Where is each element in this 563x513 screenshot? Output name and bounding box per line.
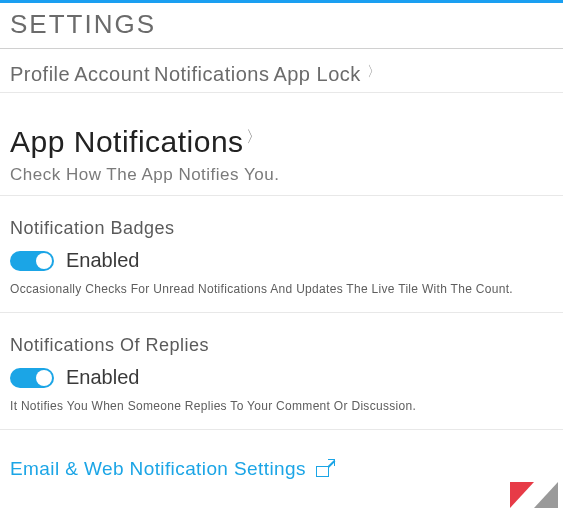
toggle-badges[interactable] <box>10 251 54 271</box>
tabs-more-icon[interactable]: 〉 <box>367 63 382 81</box>
hero-title-row: App Notifications 〉 <box>10 125 553 159</box>
brand-corner-icon <box>510 482 558 508</box>
tabs-row: Profile Account Notifications App Lock 〉 <box>0 49 563 93</box>
toggle-row-replies: Enabled <box>10 366 553 389</box>
email-web-settings-link[interactable]: Email & Web Notification Settings <box>10 458 553 480</box>
hero-title: App Notifications <box>10 125 244 159</box>
toggle-knob <box>36 370 52 386</box>
chevron-right-icon: 〉 <box>246 127 263 148</box>
hero: App Notifications 〉 Check How The App No… <box>0 93 563 196</box>
header: SETTINGS <box>0 3 563 49</box>
hero-subtitle: Check How The App Notifies You. <box>10 165 553 185</box>
toggle-row-badges: Enabled <box>10 249 553 272</box>
section-notification-badges: Notification Badges Enabled Occasionally… <box>0 196 563 313</box>
page-title: SETTINGS <box>10 9 553 40</box>
tab-account[interactable]: Account <box>74 63 150 86</box>
tab-app-lock[interactable]: App Lock <box>273 63 360 86</box>
section-notifications-replies: Notifications Of Replies Enabled It Noti… <box>0 313 563 430</box>
toggle-label-replies: Enabled <box>66 366 139 389</box>
link-label: Email & Web Notification Settings <box>10 458 306 480</box>
tab-profile[interactable]: Profile <box>10 63 70 86</box>
section-title-replies: Notifications Of Replies <box>10 335 553 356</box>
toggle-replies[interactable] <box>10 368 54 388</box>
toggle-label-badges: Enabled <box>66 249 139 272</box>
link-section: Email & Web Notification Settings <box>0 430 563 490</box>
desc-badges: Occasionally Checks For Unread Notificat… <box>10 280 553 298</box>
external-link-icon <box>316 461 334 477</box>
section-title-badges: Notification Badges <box>10 218 553 239</box>
toggle-knob <box>36 253 52 269</box>
desc-replies: It Notifies You When Someone Replies To … <box>10 397 553 415</box>
tab-notifications[interactable]: Notifications <box>154 63 269 86</box>
